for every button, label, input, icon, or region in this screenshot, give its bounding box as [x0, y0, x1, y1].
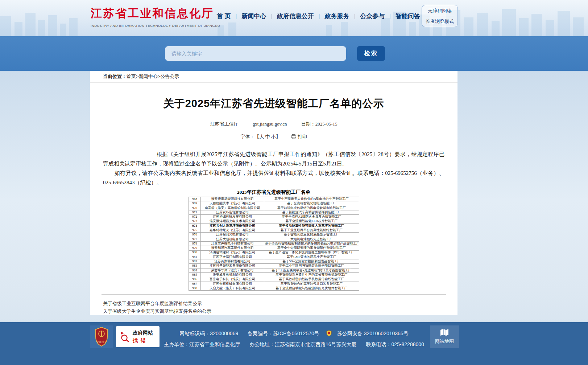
cell-number: 988	[189, 286, 201, 290]
cell-company: 江苏共创人造草坪股份有限公司	[201, 223, 264, 228]
cell-number: 980	[189, 250, 201, 255]
factory-table: 968淮安捷泰新能源科技有限公司基于生产现场无人化作业的N型电池片生产智能工厂9…	[189, 197, 359, 291]
article-date: 日期：2025-05-15	[301, 121, 338, 127]
nav-separator: |	[354, 13, 356, 19]
cell-project: 基于全流程智能化锂电池智能工厂	[264, 201, 359, 206]
related-links: 关于省级工业互联网平台年度监测评价结果公示关于省级大学生企业实习实训基地拟支持名…	[103, 300, 444, 315]
cell-project: 基于高效精密的智能手机数据传输线智能工厂	[264, 277, 359, 282]
cell-company: 淮安威灵电机制造有限公司	[201, 273, 264, 277]
nav-item-2[interactable]: 政府信息公开	[277, 12, 314, 20]
nav-item-4[interactable]: 公众参与	[360, 12, 385, 20]
cell-company: 南高齿（淮安）高速齿轮制造有限公司	[201, 206, 264, 210]
nav-separator: |	[236, 13, 237, 19]
related-link-1[interactable]: 关于省级大学生企业实习实训基地拟支持名单的公示	[103, 307, 444, 315]
cell-number: 985	[189, 273, 201, 277]
cell-project: 基于5G+全流程管控的新型食品智能工厂	[264, 259, 359, 264]
security-number[interactable]: 苏公网安备 32010602010365号	[337, 331, 409, 336]
factory-table-wrap: 2025年江苏省先进级智能工厂名单 968淮安捷泰新能源科技有限公司基于生产现场…	[189, 189, 359, 291]
elder-mode-button[interactable]: 长者浏览模式	[422, 16, 457, 26]
font-label: 字体：	[240, 134, 254, 139]
icp-number[interactable]: 备案编号：苏ICP备05012570号	[248, 331, 319, 336]
print-button[interactable]: 打印	[291, 134, 307, 139]
nav-item-0[interactable]: 首 页	[217, 12, 231, 20]
cell-company: 江苏协诚科技发展有限公司	[201, 215, 264, 219]
cell-project: 基于智能化信息化的液晶显示智造工厂	[264, 233, 359, 237]
nav-separator: |	[271, 13, 272, 19]
map-icon	[440, 329, 449, 336]
breadcrumb-path[interactable]: 首页>新闻中心>公告公示	[127, 74, 179, 79]
cell-number: 978	[189, 241, 201, 246]
cell-project: 基于多功能高性能可回收人造草坪的智能工厂	[264, 223, 359, 228]
cell-company: 淮安捷泰新能源科技有限公司	[201, 197, 264, 201]
nav-item-3[interactable]: 政务服务	[325, 12, 349, 20]
font-size-controls[interactable]: 【大 中 小】	[254, 134, 281, 139]
cell-number: 983	[189, 264, 201, 268]
related-link-0[interactable]: 关于省级工业互联网平台年度监测评价结果公示	[103, 300, 444, 307]
accessibility-box: 无障碍阅读 长者浏览模式	[422, 5, 458, 27]
table-row: 980清浦建华建材（淮安）有限公司基于生产运营一体化系统的混凝土预制构件（PC）…	[189, 250, 359, 255]
cell-company: 江苏大通机电有限公司	[201, 237, 264, 241]
main-nav: 首 页|新闻中心|政府信息公开|政务服务|公众参与|智能问答	[217, 12, 420, 20]
print-label: 打印	[298, 134, 307, 139]
cell-company: 天鹏锂能技术（淮安）有限公司	[201, 201, 264, 206]
cell-project: 基于全流程智能化LED芯片智能工厂	[264, 219, 359, 223]
table-row: 979淮安和通汽车零部件有限公司基于全生命周期管理的车身锁部件智能制造工厂	[189, 246, 359, 250]
cell-number: 986	[189, 277, 201, 282]
site-header: 江苏省工业和信息化厅 INDUSTRY AND INFORMATION TECH…	[0, 0, 588, 36]
cell-number: 977	[189, 237, 201, 241]
table-row: 975嘉华特种尼龙（江苏）有限公司基于工业互联网平台的高性能锦纶智能工厂	[189, 228, 359, 233]
search-band: 检索	[0, 36, 588, 71]
cell-company: 江苏科圣智能装备股份有限公司	[201, 264, 264, 268]
font-toolbar: 字体：【大 中 小】 打印	[90, 134, 457, 140]
cell-company: 嘉华特种尼龙（江苏）有限公司	[201, 228, 264, 233]
table-row: 974江苏共创人造草坪股份有限公司基于多功能高性能可回收人造草坪的智能工厂	[189, 223, 359, 228]
accessible-reading-button[interactable]: 无障碍阅读	[422, 6, 457, 16]
cell-project: 大通机电漆包线先进智能工厂	[264, 237, 359, 241]
table-row: 985淮安威灵电机制造有限公司基于智能制造与柔性生产的高效节能电机智能工厂	[189, 273, 359, 277]
cell-number: 984	[189, 268, 201, 272]
cell-company: 江苏双环齿轮有限公司	[201, 210, 264, 214]
table-row: 976江苏锦润光电有限公司基于智能化信息化的液晶显示智造工厂	[189, 233, 359, 237]
table-row: 983江苏科圣智能装备股份有限公司基于工业互联网与智能装备融合项目智能工厂	[189, 264, 359, 268]
table-row: 984荣芯半导体（淮安）有限公司基于“工业互联网平台+先进制程”的12英寸晶圆智…	[189, 268, 359, 272]
cell-company: 天合光能（淮安）科技有限公司	[201, 286, 264, 290]
contact-phone: 联系电话：025-82288000	[366, 341, 424, 347]
article-source: 江苏省工信厅	[210, 121, 238, 127]
table-row: 977江苏大通机电有限公司大通机电漆包线先进智能工厂	[189, 237, 359, 241]
cell-number: 987	[189, 282, 201, 286]
cell-number: 973	[189, 219, 201, 223]
search-input[interactable]	[165, 46, 346, 61]
cell-project: 基于新能源汽车高精密传动件的智能工厂	[264, 210, 359, 214]
cell-company: 淮安和通汽车零部件有限公司	[201, 246, 264, 250]
nav-separator: |	[319, 13, 320, 19]
cell-project: 基于工业互联网平台的高性能锦纶智能工厂	[264, 228, 359, 233]
cell-project: 基于工业互联网与智能装备融合项目智能工厂	[264, 264, 359, 268]
logo-subtitle: INDUSTRY AND INFORMATION TECHNOLOGY DEPA…	[91, 24, 220, 28]
cell-project: 基于“工业互联网平台+先进制程”的12英寸晶圆智能工厂	[264, 268, 359, 272]
content-card: 当前位置：首页>新闻中心>公告公示 关于2025年江苏省先进级智能工厂名单的公示…	[90, 71, 457, 315]
cell-project: 基于前端集成传动链的风电齿轮箱制造智能工厂	[264, 206, 359, 210]
cell-number: 976	[189, 233, 201, 237]
cell-company: 淮安澳洋顺昌光电技术有限公司	[201, 219, 264, 223]
table-row: 970南高齿（淮安）高速齿轮制造有限公司基于前端集成传动链的风电齿轮箱制造智能工…	[189, 206, 359, 210]
search-button[interactable]: 检索	[357, 46, 385, 61]
table-row: 973淮安澳洋顺昌光电技术有限公司基于全流程智能化LED芯片智能工厂	[189, 219, 359, 223]
cell-company: 荣芯半导体（淮安）有限公司	[201, 268, 264, 272]
cell-project: 基于数智融合的高压油气井口装备智能工厂	[264, 282, 359, 286]
article-site: gxt.jiangsu.gov.cn	[253, 121, 287, 127]
nav-item-1[interactable]: 新闻中心	[241, 12, 266, 20]
cell-project: 基于生产运营一体化系统的混凝土预制构件（PC）智能工厂	[264, 250, 359, 255]
nav-item-5[interactable]: 智能问答	[396, 12, 420, 20]
article-paragraph: 根据《关于组织开展2025年江苏省先进级智能工厂申报工作的通知》（苏工信信发〔2…	[103, 149, 444, 168]
sitemap-label: 网站地图	[435, 338, 454, 345]
sitemap-button[interactable]: 网站地图	[430, 325, 459, 348]
cell-project: 基于GMP要求的药品生产智能工厂	[264, 255, 359, 259]
organizer: 主办单位：江苏省工业和信息化厅	[164, 341, 240, 347]
page: 江苏省工业和信息化厅 INDUSTRY AND INFORMATION TECH…	[0, 0, 588, 365]
divider	[102, 294, 446, 295]
site-id: 网站标识码：3200000069	[179, 331, 238, 336]
breadcrumb: 当前位置：首页>新闻中心>公告公示	[90, 71, 457, 83]
cell-company: 富誉电子科技（淮安）有限公司	[201, 277, 264, 282]
site-logo[interactable]: 江苏省工业和信息化厅 INDUSTRY AND INFORMATION TECH…	[91, 6, 220, 28]
table-row: 986富誉电子科技（淮安）有限公司基于高效精密的智能手机数据传输线智能工厂	[189, 277, 359, 282]
